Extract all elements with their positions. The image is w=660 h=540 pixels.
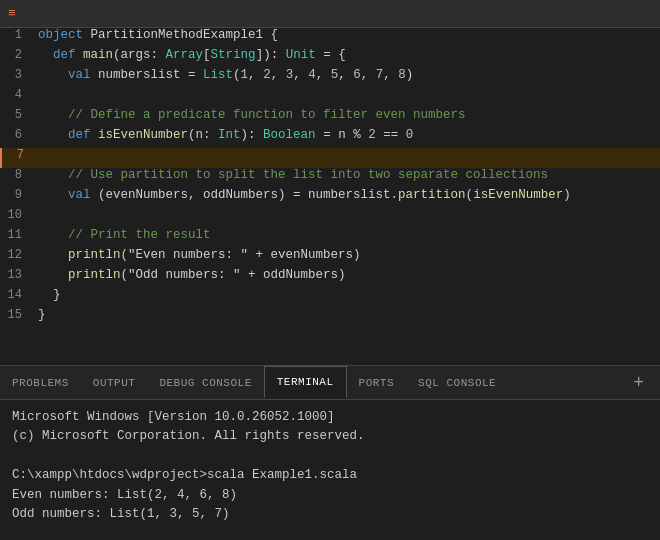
code-line: 10 <box>0 208 660 228</box>
line-content: println("Odd numbers: " + oddNumbers) <box>38 268 346 282</box>
code-line: 6 def isEvenNumber(n: Int): Boolean = n … <box>0 128 660 148</box>
code-line: 15} <box>0 308 660 328</box>
code-line: 4 <box>0 88 660 108</box>
line-content: // Define a predicate function to filter… <box>38 108 466 122</box>
code-line: 5 // Define a predicate function to filt… <box>0 108 660 128</box>
tab-problems[interactable]: PROBLEMS <box>0 366 81 399</box>
line-content: object PartitionMethodExample1 { <box>38 28 278 42</box>
tab-debug-console[interactable]: DEBUG CONSOLE <box>147 366 263 399</box>
line-content: // Print the result <box>38 228 211 242</box>
line-content: val numberslist = List(1, 2, 3, 4, 5, 6,… <box>38 68 413 82</box>
file-icon: ≡ <box>8 6 16 21</box>
line-number: 11 <box>0 228 38 242</box>
line-number: 5 <box>0 108 38 122</box>
line-number: 13 <box>0 268 38 282</box>
code-line: 1object PartitionMethodExample1 { <box>0 28 660 48</box>
line-number: 7 <box>2 148 40 162</box>
line-number: 14 <box>0 288 38 302</box>
terminal-panel[interactable]: Microsoft Windows [Version 10.0.26052.10… <box>0 400 660 540</box>
line-number: 10 <box>0 208 38 222</box>
code-line: 3 val numberslist = List(1, 2, 3, 4, 5, … <box>0 68 660 88</box>
line-content: // Use partition to split the list into … <box>38 168 548 182</box>
terminal-line: C:\xampp\htdocs\wdproject>scala Example1… <box>12 466 648 485</box>
terminal-line <box>12 447 648 466</box>
line-number: 4 <box>0 88 38 102</box>
line-content <box>38 88 46 102</box>
code-lines: 1object PartitionMethodExample1 {2 def m… <box>0 28 660 365</box>
terminal-line <box>12 524 648 540</box>
line-number: 2 <box>0 48 38 62</box>
code-line: 11 // Print the result <box>0 228 660 248</box>
line-content: val (evenNumbers, oddNumbers) = numbersl… <box>38 188 571 202</box>
code-line: 13 println("Odd numbers: " + oddNumbers) <box>0 268 660 288</box>
line-content: } <box>38 308 46 322</box>
tab-sql-console[interactable]: SQL CONSOLE <box>406 366 508 399</box>
code-line: 12 println("Even numbers: " + evenNumber… <box>0 248 660 268</box>
terminal-line: Even numbers: List(2, 4, 6, 8) <box>12 486 648 505</box>
title-bar: ≡ <box>0 0 660 28</box>
line-number: 8 <box>0 168 38 182</box>
line-content: println("Even numbers: " + evenNumbers) <box>38 248 361 262</box>
terminal-line: (c) Microsoft Corporation. All rights re… <box>12 427 648 446</box>
tab-output[interactable]: OUTPUT <box>81 366 148 399</box>
line-number: 1 <box>0 28 38 42</box>
line-content: def main(args: Array[String]): Unit = { <box>38 48 346 62</box>
line-content <box>40 148 48 162</box>
editor-area: 1object PartitionMethodExample1 {2 def m… <box>0 28 660 365</box>
terminal-line: Odd numbers: List(1, 3, 5, 7) <box>12 505 648 524</box>
code-line: 14 } <box>0 288 660 308</box>
line-number: 6 <box>0 128 38 142</box>
terminal-line: Microsoft Windows [Version 10.0.26052.10… <box>12 408 648 427</box>
tab-ports[interactable]: PORTS <box>347 366 407 399</box>
line-number: 12 <box>0 248 38 262</box>
scrollbar[interactable] <box>650 400 660 540</box>
line-number: 9 <box>0 188 38 202</box>
line-number: 15 <box>0 308 38 322</box>
line-content: def isEvenNumber(n: Int): Boolean = n % … <box>38 128 413 142</box>
add-panel-button[interactable]: + <box>625 373 652 393</box>
line-content: } <box>38 288 61 302</box>
line-content <box>38 208 46 222</box>
code-line: 9 val (evenNumbers, oddNumbers) = number… <box>0 188 660 208</box>
code-line: 2 def main(args: Array[String]): Unit = … <box>0 48 660 68</box>
line-number: 3 <box>0 68 38 82</box>
panel-tabs: PROBLEMSOUTPUTDEBUG CONSOLETERMINALPORTS… <box>0 365 660 400</box>
code-line: 7 <box>0 148 660 168</box>
code-line: 8 // Use partition to split the list int… <box>0 168 660 188</box>
tab-terminal[interactable]: TERMINAL <box>264 366 347 399</box>
